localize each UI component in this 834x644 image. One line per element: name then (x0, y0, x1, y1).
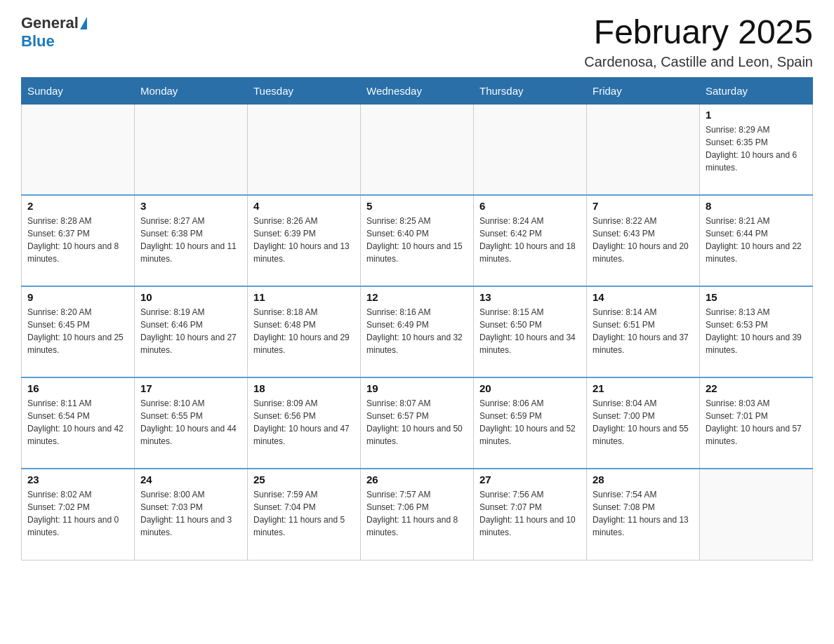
page-header: General Blue February 2025 Cardenosa, Ca… (21, 14, 813, 70)
calendar-header-row: SundayMondayTuesdayWednesdayThursdayFrid… (22, 77, 813, 104)
day-number: 25 (253, 474, 355, 485)
day-info: Sunrise: 8:28 AMSunset: 6:37 PMDaylight:… (27, 215, 128, 265)
calendar-table: SundayMondayTuesdayWednesdayThursdayFrid… (21, 77, 813, 561)
day-number: 8 (706, 200, 807, 212)
calendar-cell: 13Sunrise: 8:15 AMSunset: 6:50 PMDayligh… (474, 286, 587, 377)
calendar-header-monday: Monday (135, 77, 248, 104)
calendar-cell: 9Sunrise: 8:20 AMSunset: 6:45 PMDaylight… (22, 286, 135, 377)
day-info: Sunrise: 8:03 AMSunset: 7:01 PMDaylight:… (706, 397, 807, 448)
day-info: Sunrise: 8:18 AMSunset: 6:48 PMDaylight:… (253, 306, 355, 356)
day-number: 4 (253, 200, 355, 212)
day-number: 15 (706, 291, 807, 303)
calendar-cell (700, 469, 813, 560)
calendar-header-tuesday: Tuesday (248, 77, 361, 104)
day-info: Sunrise: 8:04 AMSunset: 7:00 PMDaylight:… (593, 397, 694, 448)
day-info: Sunrise: 7:59 AMSunset: 7:04 PMDaylight:… (253, 488, 355, 539)
title-section: February 2025 Cardenosa, Castille and Le… (584, 14, 813, 70)
calendar-cell: 12Sunrise: 8:16 AMSunset: 6:49 PMDayligh… (361, 286, 474, 377)
calendar-cell: 28Sunrise: 7:54 AMSunset: 7:08 PMDayligh… (587, 469, 700, 560)
calendar-cell: 21Sunrise: 8:04 AMSunset: 7:00 PMDayligh… (587, 377, 700, 469)
day-info: Sunrise: 8:06 AMSunset: 6:59 PMDaylight:… (479, 397, 581, 448)
day-info: Sunrise: 8:29 AMSunset: 6:35 PMDaylight:… (706, 123, 807, 174)
day-number: 27 (479, 474, 581, 485)
day-info: Sunrise: 8:02 AMSunset: 7:02 PMDaylight:… (27, 488, 128, 539)
calendar-header-thursday: Thursday (474, 77, 587, 104)
day-info: Sunrise: 8:14 AMSunset: 6:51 PMDaylight:… (593, 306, 694, 356)
calendar-cell: 6Sunrise: 8:24 AMSunset: 6:42 PMDaylight… (474, 195, 587, 286)
day-info: Sunrise: 8:24 AMSunset: 6:42 PMDaylight:… (479, 215, 581, 265)
logo: General Blue (21, 14, 88, 51)
calendar-cell (135, 104, 248, 195)
calendar-week-2: 2Sunrise: 8:28 AMSunset: 6:37 PMDaylight… (22, 195, 813, 286)
day-info: Sunrise: 8:13 AMSunset: 6:53 PMDaylight:… (706, 306, 807, 356)
day-info: Sunrise: 7:57 AMSunset: 7:06 PMDaylight:… (366, 488, 468, 539)
calendar-cell: 14Sunrise: 8:14 AMSunset: 6:51 PMDayligh… (587, 286, 700, 377)
day-number: 5 (366, 200, 468, 212)
day-info: Sunrise: 8:15 AMSunset: 6:50 PMDaylight:… (479, 306, 581, 356)
day-number: 17 (140, 382, 241, 394)
logo-general-text: General (21, 14, 79, 32)
day-number: 23 (27, 474, 128, 485)
calendar-cell (587, 104, 700, 195)
day-number: 2 (27, 200, 128, 212)
day-number: 20 (479, 382, 581, 394)
calendar-cell (361, 104, 474, 195)
day-number: 11 (253, 291, 355, 303)
calendar-cell: 25Sunrise: 7:59 AMSunset: 7:04 PMDayligh… (248, 469, 361, 560)
calendar-cell: 4Sunrise: 8:26 AMSunset: 6:39 PMDaylight… (248, 195, 361, 286)
day-number: 6 (479, 200, 581, 212)
logo-triangle-icon (80, 17, 87, 29)
calendar-cell: 3Sunrise: 8:27 AMSunset: 6:38 PMDaylight… (135, 195, 248, 286)
day-number: 24 (140, 474, 241, 485)
calendar-cell: 7Sunrise: 8:22 AMSunset: 6:43 PMDaylight… (587, 195, 700, 286)
calendar-cell: 18Sunrise: 8:09 AMSunset: 6:56 PMDayligh… (248, 377, 361, 469)
month-title: February 2025 (584, 14, 813, 51)
calendar-cell: 11Sunrise: 8:18 AMSunset: 6:48 PMDayligh… (248, 286, 361, 377)
day-info: Sunrise: 8:00 AMSunset: 7:03 PMDaylight:… (140, 488, 241, 539)
calendar-cell: 2Sunrise: 8:28 AMSunset: 6:37 PMDaylight… (22, 195, 135, 286)
logo-blue-text: Blue (21, 32, 55, 51)
calendar-header-sunday: Sunday (22, 77, 135, 104)
calendar-header-friday: Friday (587, 77, 700, 104)
day-number: 22 (706, 382, 807, 394)
calendar-cell: 8Sunrise: 8:21 AMSunset: 6:44 PMDaylight… (700, 195, 813, 286)
calendar-cell: 20Sunrise: 8:06 AMSunset: 6:59 PMDayligh… (474, 377, 587, 469)
day-info: Sunrise: 8:09 AMSunset: 6:56 PMDaylight:… (253, 397, 355, 448)
calendar-header-wednesday: Wednesday (361, 77, 474, 104)
calendar-cell: 22Sunrise: 8:03 AMSunset: 7:01 PMDayligh… (700, 377, 813, 469)
calendar-week-4: 16Sunrise: 8:11 AMSunset: 6:54 PMDayligh… (22, 377, 813, 469)
day-info: Sunrise: 8:16 AMSunset: 6:49 PMDaylight:… (366, 306, 468, 356)
day-number: 3 (140, 200, 241, 212)
calendar-cell: 15Sunrise: 8:13 AMSunset: 6:53 PMDayligh… (700, 286, 813, 377)
calendar-cell: 1Sunrise: 8:29 AMSunset: 6:35 PMDaylight… (700, 104, 813, 195)
day-info: Sunrise: 8:27 AMSunset: 6:38 PMDaylight:… (140, 215, 241, 265)
day-info: Sunrise: 8:19 AMSunset: 6:46 PMDaylight:… (140, 306, 241, 356)
day-info: Sunrise: 8:11 AMSunset: 6:54 PMDaylight:… (27, 397, 128, 448)
day-info: Sunrise: 8:20 AMSunset: 6:45 PMDaylight:… (27, 306, 128, 356)
day-number: 18 (253, 382, 355, 394)
location-subtitle: Cardenosa, Castille and Leon, Spain (584, 54, 813, 70)
day-number: 1 (706, 109, 807, 121)
calendar-cell: 5Sunrise: 8:25 AMSunset: 6:40 PMDaylight… (361, 195, 474, 286)
calendar-cell: 23Sunrise: 8:02 AMSunset: 7:02 PMDayligh… (22, 469, 135, 560)
day-number: 7 (593, 200, 694, 212)
day-number: 12 (366, 291, 468, 303)
calendar-header-saturday: Saturday (700, 77, 813, 104)
calendar-cell (248, 104, 361, 195)
day-number: 13 (479, 291, 581, 303)
calendar-cell: 10Sunrise: 8:19 AMSunset: 6:46 PMDayligh… (135, 286, 248, 377)
day-info: Sunrise: 8:25 AMSunset: 6:40 PMDaylight:… (366, 215, 468, 265)
day-number: 26 (366, 474, 468, 485)
day-number: 21 (593, 382, 694, 394)
day-info: Sunrise: 8:07 AMSunset: 6:57 PMDaylight:… (366, 397, 468, 448)
day-number: 14 (593, 291, 694, 303)
day-number: 9 (27, 291, 128, 303)
day-number: 19 (366, 382, 468, 394)
calendar-cell (22, 104, 135, 195)
calendar-cell (474, 104, 587, 195)
day-info: Sunrise: 8:22 AMSunset: 6:43 PMDaylight:… (593, 215, 694, 265)
calendar-week-1: 1Sunrise: 8:29 AMSunset: 6:35 PMDaylight… (22, 104, 813, 195)
day-number: 16 (27, 382, 128, 394)
day-info: Sunrise: 8:21 AMSunset: 6:44 PMDaylight:… (706, 215, 807, 265)
calendar-cell: 27Sunrise: 7:56 AMSunset: 7:07 PMDayligh… (474, 469, 587, 560)
